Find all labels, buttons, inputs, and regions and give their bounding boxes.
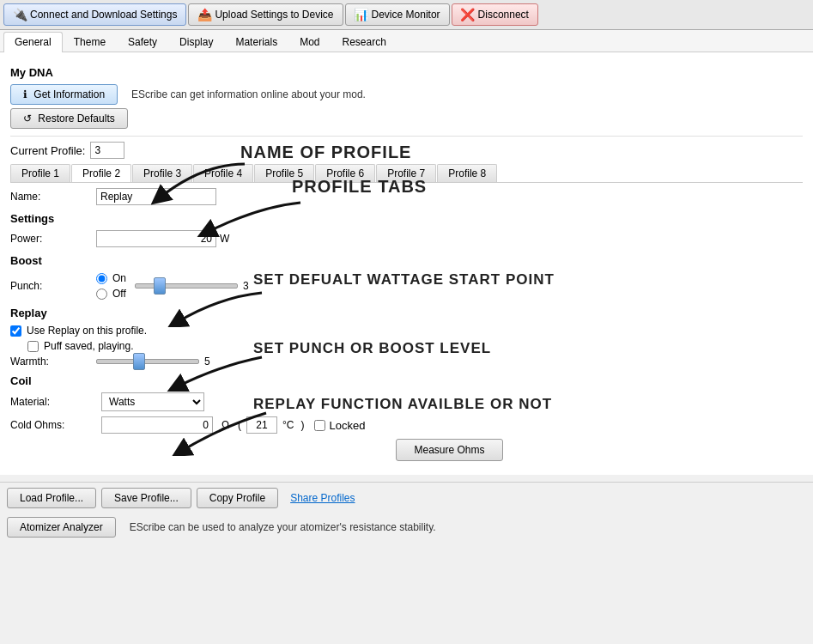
measure-ohms-btn[interactable]: Measure Ohms: [396, 439, 502, 461]
boost-title: Boost: [10, 254, 803, 267]
name-input[interactable]: [96, 188, 216, 205]
current-profile-row: Current Profile:: [10, 142, 803, 159]
punch-radio-group: On Off: [96, 272, 126, 300]
locked-label[interactable]: Locked: [314, 419, 365, 432]
save-profile-btn[interactable]: Save Profile...: [101, 488, 191, 508]
current-profile-label: Current Profile:: [10, 144, 85, 157]
warmth-row: Warmth: 5: [10, 355, 803, 368]
profile-tab-4[interactable]: Profile 4: [193, 164, 253, 182]
cold-ohms-input[interactable]: [101, 416, 213, 434]
replay-title: Replay: [10, 307, 803, 319]
warmth-label: Warmth:: [10, 355, 96, 368]
share-profiles-link[interactable]: Share Profiles: [290, 492, 355, 504]
locked-checkbox[interactable]: [314, 420, 325, 431]
info-icon: ℹ: [23, 88, 27, 100]
tab-theme[interactable]: Theme: [63, 32, 117, 52]
connect-download-btn[interactable]: 🔌 Connect and Download Settings: [3, 3, 186, 26]
name-label: Name:: [10, 191, 96, 203]
current-profile-input[interactable]: [90, 142, 124, 159]
upload-icon: 📤: [197, 8, 211, 21]
profile-tab-2[interactable]: Profile 2: [71, 164, 131, 182]
cold-ohms-row: Cold Ohms: Ω ( °C ) Locked: [10, 416, 803, 434]
disconnect-btn[interactable]: ❌ Disconnect: [452, 3, 538, 26]
disconnect-icon: ❌: [461, 8, 475, 21]
profile-tabs: Profile 1 Profile 2 Profile 3 Profile 4 …: [10, 164, 803, 183]
profile-tab-6[interactable]: Profile 6: [315, 164, 375, 182]
get-information-btn[interactable]: ℹ Get Information: [10, 84, 118, 105]
profile-tab-1[interactable]: Profile 1: [10, 164, 70, 182]
profile-tab-5[interactable]: Profile 5: [254, 164, 314, 182]
cold-ohms-label: Cold Ohms:: [10, 419, 96, 431]
monitor-icon: 📊: [355, 8, 368, 21]
atomizer-analyzer-btn[interactable]: Atomizer Analyzer: [7, 517, 116, 538]
power-label: Power:: [10, 233, 96, 245]
profile-tab-7[interactable]: Profile 7: [376, 164, 436, 182]
punch-label: Punch:: [10, 280, 96, 292]
atomizer-bar: Atomizer Analyzer EScribe can be used to…: [0, 513, 813, 541]
power-input[interactable]: [96, 230, 216, 247]
toolbar: 🔌 Connect and Download Settings 📤 Upload…: [0, 0, 813, 30]
use-replay-checkbox[interactable]: Use Replay on this profile.: [10, 325, 803, 337]
temp-input[interactable]: [246, 416, 277, 434]
material-select[interactable]: Watts Nickel Titanium Stainless Steel TC…: [101, 392, 204, 411]
puff-saved-checkbox[interactable]: Puff saved, playing.: [27, 340, 803, 352]
profile-tab-8[interactable]: Profile 8: [437, 164, 497, 182]
coil-title: Coil: [10, 374, 803, 387]
upload-settings-btn[interactable]: 📤 Upload Settings to Device: [188, 3, 343, 26]
tab-safety[interactable]: Safety: [117, 32, 168, 52]
name-row: Name:: [10, 188, 803, 205]
punch-slider[interactable]: [135, 283, 238, 289]
power-row: Power: W: [10, 230, 803, 247]
punch-value: 3: [243, 280, 249, 292]
tab-research[interactable]: Research: [331, 32, 397, 52]
punch-on-radio[interactable]: On: [96, 272, 126, 284]
tab-mod[interactable]: Mod: [288, 32, 331, 52]
copy-profile-btn[interactable]: Copy Profile: [197, 488, 278, 508]
open-paren: (: [238, 419, 241, 431]
main-content: My DNA ℹ Get Information EScribe can get…: [0, 52, 813, 475]
separator-1: [10, 136, 803, 137]
device-monitor-btn[interactable]: 📊 Device Monitor: [345, 3, 450, 26]
power-unit: W: [220, 233, 229, 245]
tab-materials[interactable]: Materials: [224, 32, 288, 52]
atomizer-text: EScribe can be used to analyze your atom…: [130, 521, 436, 533]
tab-display[interactable]: Display: [168, 32, 224, 52]
settings-title: Settings: [10, 212, 803, 225]
restore-defaults-btn[interactable]: ↺ Restore Defaults: [10, 108, 128, 129]
info-description: EScribe can get information online about…: [131, 88, 366, 100]
punch-off-radio[interactable]: Off: [96, 288, 126, 300]
material-row: Material: Watts Nickel Titanium Stainles…: [10, 392, 803, 411]
warmth-value: 5: [204, 355, 210, 368]
nav-tabs: General Theme Safety Display Materials M…: [0, 30, 813, 52]
load-profile-btn[interactable]: Load Profile...: [7, 488, 96, 508]
tab-general[interactable]: General: [3, 32, 63, 52]
temp-unit: °C: [282, 419, 294, 431]
my-dna-title: My DNA: [10, 66, 803, 79]
material-label: Material:: [10, 396, 96, 408]
restore-icon: ↺: [23, 112, 32, 125]
warmth-slider[interactable]: [96, 359, 199, 364]
ohm-symbol: Ω: [221, 419, 229, 431]
connect-icon: 🔌: [13, 8, 27, 21]
punch-row: Punch: On Off 3: [10, 272, 803, 300]
close-paren: ): [300, 419, 304, 431]
bottom-bar: Load Profile... Save Profile... Copy Pro…: [0, 482, 813, 513]
profile-tab-3[interactable]: Profile 3: [132, 164, 192, 182]
